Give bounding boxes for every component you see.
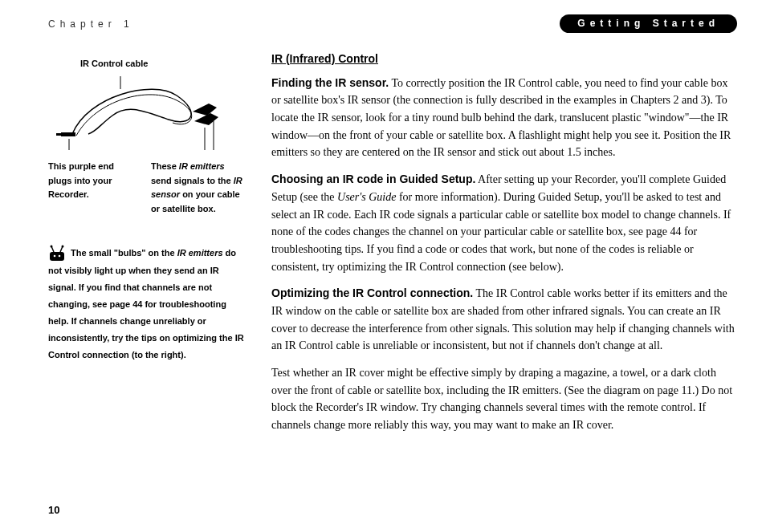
paragraph-1: Finding the IR sensor. To correctly posi… xyxy=(271,75,737,161)
sidebar-tip: The small "bulbs" on the IR emitters do … xyxy=(48,245,249,363)
paragraph-2: Choosing an IR code in Guided Setup. Aft… xyxy=(271,171,737,275)
svg-point-7 xyxy=(54,255,56,258)
sidebar: IR Control cable This purple end plugs i… xyxy=(48,47,249,444)
caption-right-text: These xyxy=(151,161,179,171)
svg-rect-6 xyxy=(50,252,64,261)
svg-point-12 xyxy=(62,246,64,248)
main-content: IR (Infrared) Control Finding the IR sen… xyxy=(271,47,737,444)
page-number: 10 xyxy=(48,504,59,516)
caption-left: This purple end plugs into your Recorder… xyxy=(48,160,136,216)
caption-right-em: IR emitters xyxy=(179,161,225,171)
chapter-label: Chapter 1 xyxy=(48,18,134,30)
paragraph-3: Optimizing the IR Control connection. Th… xyxy=(271,285,737,355)
page: Chapter 1 Getting Started IR Control cab… xyxy=(0,0,766,532)
figure-captions: This purple end plugs into your Recorder… xyxy=(48,160,249,216)
section-title: IR (Infrared) Control xyxy=(271,51,737,68)
caption-right: These IR emitters send signals to the IR… xyxy=(151,160,247,216)
p3-lead: Optimizing the IR Control connection. xyxy=(271,286,473,299)
svg-rect-1 xyxy=(56,133,63,136)
svg-rect-0 xyxy=(61,132,75,136)
ir-cable-icon xyxy=(56,71,241,152)
figure-label: IR Control cable xyxy=(80,59,148,68)
p2-lead: Choosing an IR code in Guided Setup. xyxy=(271,173,475,185)
p2-body-em: User's Guide xyxy=(337,191,396,203)
tip-text: The small "bulbs" on the xyxy=(71,248,177,258)
p4-body: Test whether an IR cover might be effect… xyxy=(271,367,732,431)
p2-body-b: for more information). During Guided Set… xyxy=(271,191,731,273)
caption-right-text2: send signals to the xyxy=(151,176,234,185)
svg-point-8 xyxy=(59,255,61,258)
section-pill: Getting Started xyxy=(560,14,737,33)
tip-em: IR emitters xyxy=(177,248,223,258)
tivo-icon xyxy=(48,245,66,262)
svg-point-11 xyxy=(51,246,53,248)
content-columns: IR Control cable This purple end plugs i… xyxy=(48,47,737,444)
ir-cable-figure: IR Control cable xyxy=(48,59,249,155)
paragraph-4: Test whether an IR cover might be effect… xyxy=(271,364,737,434)
p1-lead: Finding the IR sensor. xyxy=(271,76,389,89)
page-header: Chapter 1 Getting Started xyxy=(48,14,737,33)
tip-rest: do not visibly light up when they send a… xyxy=(48,248,244,359)
